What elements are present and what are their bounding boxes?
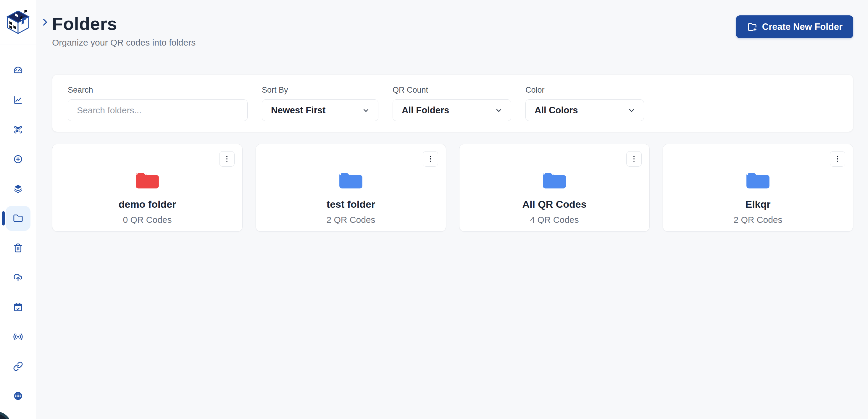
folder-plus-icon	[747, 21, 758, 33]
search-label: Search	[68, 86, 248, 95]
chevron-right-icon	[40, 17, 50, 28]
sidebar-item-broadcast[interactable]	[6, 322, 30, 352]
qr-count-label: QR Count	[393, 86, 511, 95]
link-icon	[13, 361, 23, 371]
folder-menu-button[interactable]	[219, 151, 235, 167]
calendar-check-icon	[13, 302, 23, 312]
folders-grid: demo folder 0 QR Codes test folder 2 QR …	[52, 144, 853, 232]
create-new-folder-button[interactable]: Create New Folder	[736, 16, 853, 38]
cloud-upload-icon	[13, 272, 23, 282]
folder-card[interactable]: Elkqr 2 QR Codes	[663, 144, 853, 232]
create-new-folder-label: Create New Folder	[762, 22, 842, 32]
qr-count-select[interactable]: All Folders	[393, 99, 511, 121]
folder-menu-button[interactable]	[423, 151, 438, 167]
sort-select[interactable]: Newest First	[262, 99, 378, 121]
folder-card[interactable]: All QR Codes 4 QR Codes	[459, 144, 650, 232]
folder-icon	[541, 168, 568, 191]
page-header: Folders Organize your QR codes into fold…	[52, 0, 853, 48]
folder-name: All QR Codes	[522, 199, 586, 210]
color-label: Color	[525, 86, 644, 95]
color-select-value: All Colors	[535, 105, 578, 116]
folder-icon	[745, 168, 771, 191]
sort-field: Sort By Newest First	[262, 86, 378, 121]
sidebar-expand-toggle[interactable]	[39, 17, 51, 28]
folder-menu-button[interactable]	[830, 151, 845, 167]
main-content: Folders Organize your QR codes into fold…	[36, 0, 868, 419]
folder-card[interactable]: test folder 2 QR Codes	[256, 144, 446, 232]
plus-circle-icon	[13, 154, 23, 164]
folder-name: Elkqr	[745, 199, 770, 210]
qr-count-field: QR Count All Folders	[393, 86, 511, 121]
folder-card[interactable]: demo folder 0 QR Codes	[52, 144, 243, 232]
qr-count-select-value: All Folders	[402, 105, 449, 116]
chevron-down-icon	[627, 106, 636, 115]
trash-icon	[13, 243, 23, 253]
cube-logo-icon	[5, 10, 31, 35]
folder-count: 2 QR Codes	[326, 215, 375, 225]
qr-scan-icon	[13, 125, 23, 134]
sidebar-item-qr-codes[interactable]	[6, 115, 30, 144]
folder-count: 0 QR Codes	[123, 215, 172, 225]
gauge-icon	[13, 65, 23, 76]
folder-name: demo folder	[119, 199, 176, 210]
dots-vertical-icon	[834, 155, 841, 163]
sidebar-item-dashboard[interactable]	[6, 56, 30, 85]
chevron-down-icon	[362, 106, 370, 115]
page-subtitle: Organize your QR codes into folders	[52, 37, 853, 48]
folder-menu-button[interactable]	[626, 151, 642, 167]
app-logo[interactable]	[0, 0, 36, 44]
folder-icon	[13, 213, 23, 223]
sidebar-nav	[0, 56, 36, 411]
folder-count: 2 QR Codes	[734, 215, 782, 225]
color-field: Color All Colors	[525, 86, 644, 121]
dots-vertical-icon	[427, 155, 434, 163]
sidebar-item-scheduled[interactable]	[6, 292, 30, 322]
sidebar-item-collections[interactable]	[6, 174, 30, 204]
chevron-down-icon	[494, 106, 503, 115]
globe-icon	[13, 391, 23, 401]
folder-name: test folder	[327, 199, 375, 210]
dots-vertical-icon	[630, 155, 638, 163]
line-chart-icon	[13, 95, 23, 105]
page-title: Folders	[52, 13, 853, 34]
sidebar-item-upload[interactable]	[6, 263, 30, 292]
sort-label: Sort By	[262, 86, 378, 95]
sidebar-item-folders[interactable]	[6, 206, 30, 231]
folder-icon	[338, 168, 364, 191]
sidebar-item-links[interactable]	[6, 352, 30, 381]
sidebar-item-create-new[interactable]	[6, 144, 30, 174]
sidebar-item-trash[interactable]	[6, 233, 30, 263]
search-input[interactable]	[68, 99, 248, 121]
sidebar-item-analytics[interactable]	[6, 85, 30, 115]
dots-vertical-icon	[223, 155, 231, 163]
radio-icon	[13, 332, 23, 342]
sort-select-value: Newest First	[271, 105, 326, 116]
filters-panel: Search Sort By Newest First QR Count All…	[52, 74, 853, 132]
layers-icon	[13, 184, 23, 194]
sidebar-item-domains[interactable]	[6, 381, 30, 411]
folder-count: 4 QR Codes	[530, 215, 579, 225]
color-select[interactable]: All Colors	[525, 99, 644, 121]
folder-icon	[134, 168, 161, 191]
sidebar	[0, 0, 36, 419]
search-field: Search	[68, 86, 248, 121]
